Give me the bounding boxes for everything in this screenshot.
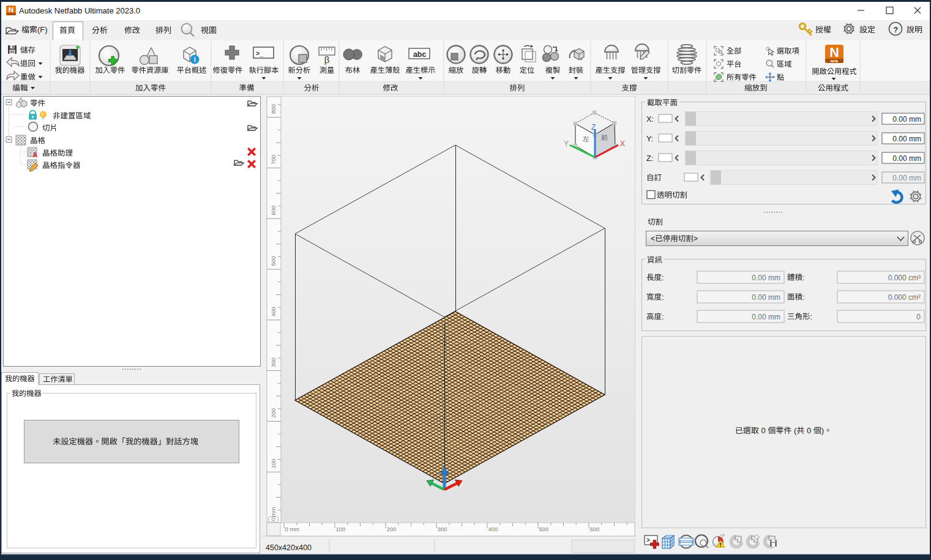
svg-text:400: 400 [488,526,498,532]
svg-text:Y:: Y: [646,135,653,143]
svg-text:300: 300 [438,526,447,532]
svg-text:>_: >_ [256,50,263,57]
svg-text:i: i [194,56,196,63]
svg-text:0.00 mm: 0.00 mm [752,313,780,321]
svg-text:?: ? [894,26,899,34]
svg-text:Y: Y [564,140,569,148]
svg-text:0.00 mm: 0.00 mm [892,154,921,163]
svg-text:(F): (F) [37,25,48,34]
svg-text:600: 600 [270,206,277,215]
svg-text:0.00 mm: 0.00 mm [892,135,921,143]
svg-text:): ) [821,426,824,435]
svg-text:>_: >_ [646,537,654,543]
svg-text:450x420x400: 450x420x400 [266,543,312,552]
svg-text:>: > [694,234,698,243]
svg-text:200: 200 [387,526,397,532]
svg-text:800: 800 [270,104,277,114]
svg-text:N: N [9,6,13,13]
svg-text::: : [802,274,804,282]
svg-text:200: 200 [270,408,277,418]
svg-text:(: ( [791,426,797,435]
svg-text:0.000 cm²: 0.000 cm² [888,293,921,302]
svg-text:0.00 mm: 0.00 mm [752,274,780,282]
svg-text:X:: X: [646,115,654,124]
svg-text:Autodesk Netfabb Ultimate 2023: Autodesk Netfabb Ultimate 2023.0 [19,6,140,15]
svg-text::: : [662,274,664,282]
svg-text:700: 700 [270,155,277,165]
svg-text:β: β [324,54,330,65]
svg-text:0.00 mm: 0.00 mm [892,174,921,182]
svg-text:0.000 cm³: 0.000 cm³ [888,274,921,282]
svg-text:A: A [33,151,38,159]
svg-text::: : [662,313,664,321]
svg-text:NFB: NFB [831,59,839,63]
svg-text:<: < [651,234,655,243]
svg-text:0.00 mm: 0.00 mm [892,115,921,124]
svg-text:500: 500 [270,256,277,266]
svg-text:600: 600 [590,526,600,532]
svg-text:abc: abc [413,50,427,59]
svg-text:400: 400 [270,307,277,316]
svg-text:X: X [620,140,625,148]
svg-text:N: N [829,45,839,60]
svg-text:0 mm: 0 mm [285,526,300,532]
svg-text:100: 100 [270,459,277,469]
svg-text:0: 0 [804,426,813,435]
svg-text:0: 0 [916,313,921,321]
svg-text:100: 100 [336,526,346,532]
svg-text:300: 300 [270,357,277,367]
svg-text::: : [810,313,812,321]
svg-text:Z: Z [591,123,596,132]
svg-text::: : [662,293,664,302]
svg-text:500: 500 [539,526,549,532]
svg-text:0.00 mm: 0.00 mm [752,293,780,302]
svg-text:Z:: Z: [646,154,653,163]
svg-text:0: 0 [759,426,768,435]
svg-text::: : [802,293,804,302]
